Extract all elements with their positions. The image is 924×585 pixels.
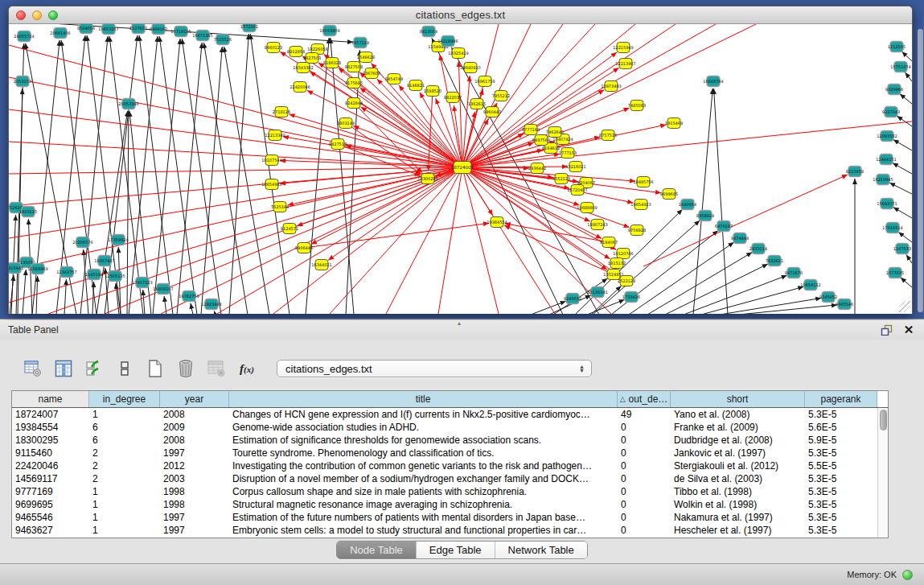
cell-name[interactable]: 14569117 — [12, 472, 89, 485]
panel-splitter-handle[interactable]: ▴ — [458, 319, 461, 327]
cell-in_degree[interactable]: 2 — [89, 447, 160, 459]
cell-pagerank[interactable]: 5.5E-5 — [805, 459, 877, 472]
column-header-pagerank[interactable]: pagerank — [805, 391, 877, 407]
table-row[interactable]: 946554611997Estimation of the future num… — [12, 511, 877, 524]
show-column-button[interactable] — [51, 357, 76, 380]
cell-in_degree[interactable]: 6 — [89, 421, 160, 434]
cell-short[interactable]: Wolkin et al. (1998) — [671, 498, 805, 511]
cell-name[interactable]: 9115460 — [12, 447, 89, 459]
cell-year[interactable]: 2012 — [160, 459, 229, 472]
cell-out_de[interactable]: 0 — [618, 524, 671, 537]
cell-name[interactable]: 9465546 — [12, 511, 89, 524]
window-titlebar[interactable]: citations_edges.txt — [9, 6, 912, 24]
cell-name[interactable]: 19384554 — [12, 421, 89, 434]
cell-title[interactable]: Estimation of significance thresholds fo… — [229, 434, 618, 447]
cell-pagerank[interactable]: 5.9E-5 — [805, 434, 877, 447]
cell-out_de[interactable]: 0 — [618, 472, 671, 485]
tab-node-table[interactable]: Node Table — [337, 542, 417, 558]
cell-year[interactable]: 2008 — [160, 408, 229, 421]
cell-pagerank[interactable]: 5.3E-5 — [805, 408, 877, 421]
desktop-scrollbar[interactable] — [918, 29, 923, 312]
cell-out_de[interactable]: 0 — [618, 434, 671, 447]
cell-name[interactable]: 18300295 — [12, 434, 89, 447]
cell-title[interactable]: Disruption of a novel member of a sodium… — [229, 472, 618, 485]
cell-title[interactable]: Genome-wide association studies in ADHD. — [229, 421, 618, 434]
column-header-out_de[interactable]: △out_de… — [618, 391, 671, 407]
column-header-short[interactable]: short — [671, 391, 805, 407]
cell-out_de[interactable]: 0 — [618, 459, 671, 472]
network-canvas[interactable]: 1872400718300295193845548660123891295418… — [9, 24, 912, 314]
cell-pagerank[interactable]: 5.3E-5 — [805, 485, 877, 498]
cell-short[interactable]: Nakamura et al. (1997) — [671, 511, 805, 524]
tab-network-table[interactable]: Network Table — [495, 542, 587, 558]
cell-in_degree[interactable]: 6 — [89, 434, 160, 447]
cell-short[interactable]: Dudbridge et al. (2008) — [671, 434, 805, 447]
cell-year[interactable]: 1998 — [160, 485, 229, 498]
row-pair-button[interactable] — [113, 357, 137, 380]
cell-short[interactable]: Tibbo et al. (1998) — [671, 485, 805, 498]
cell-name[interactable]: 22420046 — [12, 459, 89, 472]
cell-short[interactable]: Franke et al. (2009) — [671, 421, 805, 434]
delete-column-button[interactable] — [174, 357, 198, 380]
function-builder-button[interactable]: f(x) — [235, 357, 259, 380]
network-window[interactable]: citations_edges.txt 18724007183002951938… — [8, 6, 913, 314]
memory-status-indicator[interactable] — [902, 570, 913, 580]
cell-out_de[interactable]: 49 — [618, 408, 671, 421]
column-header-year[interactable]: year — [160, 391, 229, 407]
window-resize-grip[interactable] — [899, 301, 910, 312]
column-checklist-button[interactable] — [82, 357, 106, 380]
cell-in_degree[interactable]: 1 — [89, 511, 160, 524]
cell-pagerank[interactable]: 5.3E-5 — [805, 524, 877, 537]
cell-short[interactable]: Jankovic et al. (1997) — [671, 447, 805, 459]
cell-title[interactable]: Structural magnetic resonance image aver… — [229, 498, 618, 511]
cell-name[interactable]: 18724007 — [12, 408, 89, 421]
cell-pagerank[interactable]: 5.3E-5 — [805, 472, 877, 485]
cell-in_degree[interactable]: 1 — [89, 408, 160, 421]
cell-short[interactable]: de Silva et al. (2003) — [671, 472, 805, 485]
cell-short[interactable]: Hescheler et al. (1997) — [671, 524, 805, 537]
cell-in_degree[interactable]: 1 — [89, 485, 160, 498]
cell-title[interactable]: Corpus callosum shape and size in male p… — [229, 485, 618, 498]
cell-out_de[interactable]: 0 — [618, 498, 671, 511]
cell-pagerank[interactable]: 5.3E-5 — [805, 511, 877, 524]
cell-out_de[interactable]: 0 — [618, 485, 671, 498]
table-row[interactable]: 911546021997Tourette syndrome. Phenomeno… — [12, 447, 877, 459]
cell-out_de[interactable]: 0 — [618, 421, 671, 434]
cell-pagerank[interactable]: 5.6E-5 — [805, 421, 877, 434]
table-row[interactable]: 969969511998Structural magnetic resonanc… — [12, 498, 877, 511]
close-panel-icon[interactable]: ✕ — [901, 323, 916, 336]
table-row[interactable]: 977716911998Corpus callosum shape and si… — [12, 485, 877, 498]
table-row[interactable]: 2242004622012Investigating the contribut… — [12, 459, 877, 472]
delete-table-disabled-button[interactable] — [204, 357, 228, 380]
cell-year[interactable]: 2009 — [160, 421, 229, 434]
cell-year[interactable]: 2003 — [160, 472, 229, 485]
table-settings-button[interactable] — [21, 357, 45, 380]
cell-in_degree[interactable]: 1 — [89, 524, 160, 537]
cell-pagerank[interactable]: 5.3E-5 — [805, 498, 877, 511]
cell-short[interactable]: Stergiakouli et al. (2012) — [671, 459, 805, 472]
cell-name[interactable]: 9699695 — [12, 498, 89, 511]
cell-title[interactable]: Changes of HCN gene expression and I(f) … — [229, 408, 618, 421]
table-row[interactable]: 1872400712008Changes of HCN gene express… — [12, 408, 877, 421]
cell-pagerank[interactable]: 5.3E-5 — [805, 447, 877, 459]
table-selector-dropdown[interactable]: citations_edges.txt ▲▼ — [277, 360, 592, 377]
table-row[interactable]: 1830029562008Estimation of significance … — [12, 434, 877, 447]
cell-title[interactable]: Embryonic stem cells: a model to study s… — [229, 524, 618, 537]
cell-year[interactable]: 1997 — [160, 524, 229, 537]
column-header-title[interactable]: title — [229, 391, 618, 407]
cell-out_de[interactable]: 0 — [618, 511, 671, 524]
column-header-name[interactable]: name — [12, 391, 89, 407]
cell-year[interactable]: 1997 — [160, 511, 229, 524]
cell-title[interactable]: Estimation of the future numbers of pati… — [229, 511, 618, 524]
table-row[interactable]: 1938455462009Genome-wide association stu… — [12, 421, 877, 434]
table-row[interactable]: 1456911722003Disruption of a novel membe… — [12, 472, 877, 485]
cell-title[interactable]: Tourette syndrome. Phenomenology and cla… — [229, 447, 618, 459]
cell-year[interactable]: 1998 — [160, 498, 229, 511]
cell-year[interactable]: 1997 — [160, 447, 229, 459]
table-row[interactable]: 946362711997Embryonic stem cells: a mode… — [12, 524, 877, 537]
column-header-in_degree[interactable]: in_degree — [89, 391, 160, 407]
tab-edge-table[interactable]: Edge Table — [417, 542, 495, 558]
cell-in_degree[interactable]: 1 — [89, 498, 160, 511]
cell-name[interactable]: 9463627 — [12, 524, 89, 537]
table-scrollbar-thumb[interactable] — [880, 410, 887, 431]
